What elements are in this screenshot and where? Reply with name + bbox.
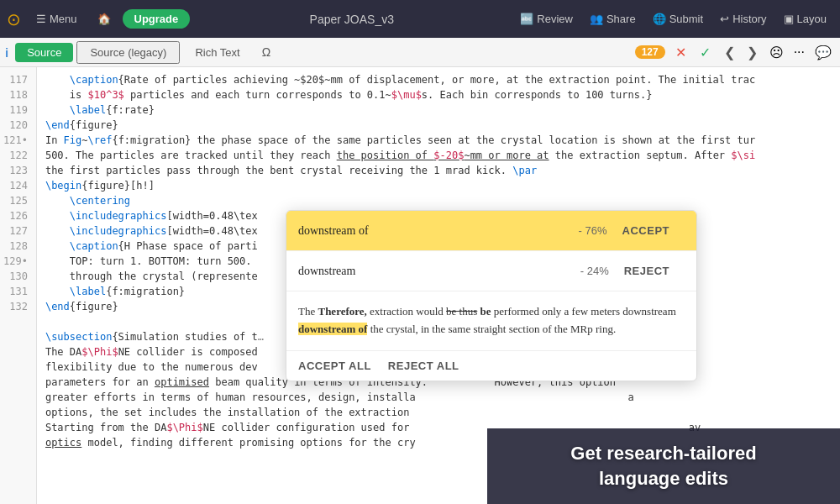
reject-all-button[interactable]: REJECT ALL: [388, 360, 459, 372]
emoji-dots-icon[interactable]: ···: [790, 43, 808, 61]
review-icon: 🔤: [520, 13, 533, 25]
history-icon: ↩: [720, 13, 729, 25]
preview-be: be: [480, 305, 491, 318]
omega-button[interactable]: Ω: [255, 42, 277, 62]
suggestion-text-2: downstream: [298, 265, 574, 278]
toolbar: i Source Source (legacy) Rich Text Ω 127…: [0, 38, 840, 67]
arrow-right-icon[interactable]: ❯: [742, 43, 763, 62]
suggestion-option-2[interactable]: downstream - 24% REJECT: [286, 251, 696, 291]
document-title: Paper JOAS_v3: [193, 13, 510, 26]
app-logo: ⊙: [7, 9, 21, 29]
line-117b: is $10^3$ particles and each turn corres…: [45, 87, 832, 102]
preview-strike-thus: be thus: [446, 305, 477, 318]
suggestion-preview: The Therefore, extraction would be thus …: [286, 291, 696, 351]
promo-overlay: Get research-tailoredlanguage edits: [487, 428, 840, 504]
home-icon: 🏠: [97, 13, 111, 25]
menu-label: Menu: [50, 13, 77, 25]
submit-button[interactable]: 🌐 Submit: [646, 9, 710, 29]
suggestion-option-1[interactable]: downstream of - 76% ACCEPT: [286, 211, 696, 251]
suggestion-highlight-1: downstream of: [298, 224, 369, 237]
line-120c: the first particles pass through the ben…: [45, 163, 832, 178]
promo-text: Get research-tailoredlanguage edits: [570, 441, 756, 491]
history-button[interactable]: ↩ History: [713, 9, 773, 29]
preview-text-the: The: [298, 305, 318, 318]
home-button[interactable]: 🏠: [89, 9, 119, 29]
preview-therefore: Therefore,: [318, 305, 366, 318]
reject-button[interactable]: REJECT: [609, 260, 685, 282]
share-label: Share: [606, 13, 636, 25]
line-130d: greater efforts in terms of human resour…: [45, 390, 832, 405]
check-icon[interactable]: ✓: [695, 43, 716, 62]
layout-label: Layou: [797, 13, 827, 25]
info-icon[interactable]: i: [5, 45, 8, 60]
line-118: \label{f:rate}: [45, 102, 832, 118]
layout-icon: ▣: [784, 13, 794, 25]
history-label: History: [732, 13, 766, 25]
preview-text-mid1: extraction would: [370, 305, 446, 318]
line-numbers: 117 118 119 120 121• 122 123 124 125 126…: [0, 67, 37, 504]
navigation-arrows: ❮ ❯: [719, 43, 763, 62]
upgrade-button[interactable]: Upgrade: [123, 9, 191, 29]
close-icon[interactable]: ✕: [670, 43, 691, 62]
layout-button[interactable]: ▣ Layou: [777, 9, 833, 29]
suggestion-footer: ACCEPT ALL REJECT ALL: [286, 351, 696, 381]
arrow-left-icon[interactable]: ❮: [719, 43, 740, 62]
line-120b: 500. The particles are tracked until the…: [45, 148, 832, 163]
accept-button[interactable]: ACCEPT: [607, 219, 685, 242]
preview-downstream-plain: downstream: [622, 305, 676, 318]
source-tab[interactable]: Source: [15, 43, 73, 62]
review-button[interactable]: 🔤 Review: [513, 9, 580, 29]
preview-text-after: the crystal, in the same straight sectio…: [370, 323, 616, 335]
navbar: ⊙ ☰ Menu 🏠 Upgrade Paper JOAS_v3 🔤 Revie…: [0, 0, 840, 38]
share-button[interactable]: 👥 Share: [583, 9, 643, 29]
source-legacy-tab[interactable]: Source (legacy): [76, 41, 180, 64]
suggestion-text-1: downstream of: [298, 224, 572, 238]
editor-area: 117 118 119 120 121• 122 123 124 125 126…: [0, 67, 840, 504]
line-119: \end{figure}: [45, 118, 832, 133]
line-130e: options, the set includes the installati…: [45, 405, 832, 420]
line-120: In Fig~\ref{f:migration} the phase space…: [45, 133, 832, 148]
review-label: Review: [537, 13, 573, 25]
line-122: \centering: [45, 193, 832, 208]
menu-button[interactable]: ☰ Menu: [28, 9, 86, 29]
preview-text-performed: performed only a few meters: [494, 305, 622, 318]
change-count-badge: 127: [635, 45, 665, 59]
accept-all-button[interactable]: ACCEPT ALL: [298, 360, 371, 372]
line-117: \caption{Rate of particles achieving ~$2…: [45, 72, 832, 87]
line-121: \begin{figure}[h!]: [45, 178, 832, 193]
submit-label: Submit: [669, 13, 703, 25]
share-icon: 👥: [590, 13, 603, 25]
suggestion-pct-2: - 24%: [580, 265, 609, 277]
comment-icon[interactable]: 💬: [811, 43, 835, 62]
suggestion-pct-1: - 76%: [579, 224, 607, 237]
submit-icon: 🌐: [653, 13, 666, 25]
rich-text-tab[interactable]: Rich Text: [183, 43, 251, 62]
emoji-sad-icon[interactable]: ☹: [766, 43, 787, 62]
menu-icon: ☰: [36, 13, 46, 25]
preview-downstream-of-highlight: downstream of: [298, 323, 367, 335]
suggestion-popup: downstream of - 76% ACCEPT downstream - …: [286, 210, 697, 381]
